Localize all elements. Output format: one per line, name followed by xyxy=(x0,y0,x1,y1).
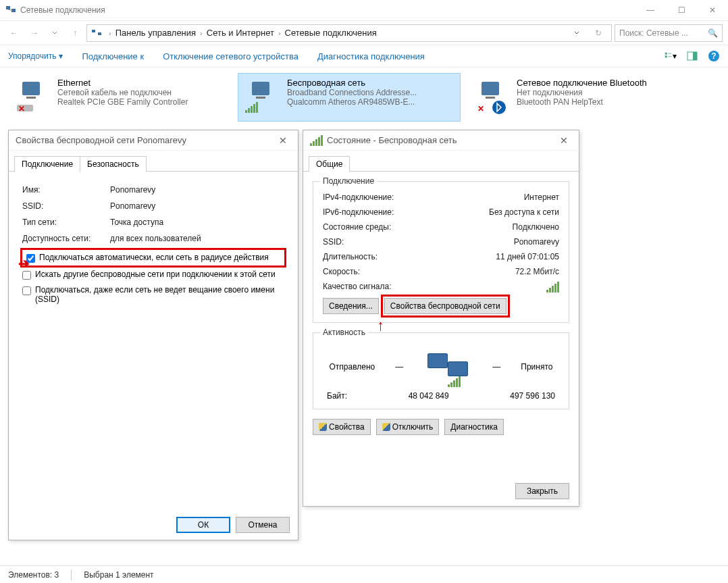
address-dropdown[interactable] xyxy=(568,24,586,42)
shield-icon xyxy=(382,423,390,431)
activity-icon xyxy=(423,351,472,383)
window-title: Сетевые подключения xyxy=(20,5,105,15)
refresh-button[interactable]: ↻ xyxy=(590,24,607,42)
connect-to-button[interactable]: Подключение к xyxy=(82,51,144,61)
tile-status: Нет подключения xyxy=(517,88,685,97)
tab-general[interactable]: Общие xyxy=(309,156,350,172)
organize-button[interactable]: Упорядочить ▾ xyxy=(8,51,63,61)
svg-rect-5 xyxy=(665,53,667,55)
nav-forward-button[interactable]: → xyxy=(26,24,43,42)
fieldset-legend: Подключение xyxy=(320,176,377,186)
tile-device: Qualcomm Atheros AR9485WB-E... xyxy=(287,97,456,107)
crumb-sep: › xyxy=(278,29,281,37)
dialog-close-button[interactable]: ✕ xyxy=(275,132,291,149)
sent-label: Отправлено xyxy=(330,362,375,372)
svg-rect-19 xyxy=(245,110,247,113)
svg-rect-22 xyxy=(253,104,255,113)
search-input[interactable]: Поиск: Сетевые ... 🔍 xyxy=(615,24,723,42)
svg-rect-13 xyxy=(22,82,40,95)
annotation-arrow-icon: ➔ xyxy=(18,255,30,272)
checkbox-input[interactable] xyxy=(22,271,31,280)
checkbox-look-other[interactable]: Искать другие беспроводные сети при подк… xyxy=(22,268,284,281)
disable-device-button[interactable]: Отключение сетевого устройства xyxy=(163,51,298,61)
signal-icon xyxy=(310,135,323,146)
disable-button[interactable]: Отключить xyxy=(376,419,440,435)
toolbar: Упорядочить ▾ Подключение к Отключение с… xyxy=(0,45,728,68)
properties-button[interactable]: Свойства xyxy=(313,419,371,435)
label-ssid: SSID: xyxy=(22,201,110,211)
diagnose-button[interactable]: Диагностика xyxy=(444,419,504,435)
fieldset-legend: Активность xyxy=(320,328,368,337)
svg-text:✕: ✕ xyxy=(477,104,484,113)
value-type: Точка доступа xyxy=(110,218,163,227)
svg-rect-6 xyxy=(665,55,667,57)
svg-text:✕: ✕ xyxy=(18,104,25,113)
label-avail: Доступность сети: xyxy=(22,234,110,243)
tile-status: Сетевой кабель не подключен xyxy=(57,88,226,97)
received-label: Принято xyxy=(521,362,552,372)
view-options-button[interactable]: ▾ xyxy=(665,50,677,62)
connection-ethernet[interactable]: ✕ Ethernet Сетевой кабель не подключен R… xyxy=(8,73,231,122)
checkbox-auto-connect[interactable]: Подключаться автоматически, если сеть в … xyxy=(22,250,284,265)
close-button[interactable]: ✕ xyxy=(697,0,728,20)
tile-title: Беспроводная сеть xyxy=(287,78,456,88)
cancel-button[interactable]: Отмена xyxy=(236,517,290,533)
dialog-close-button[interactable]: ✕ xyxy=(556,132,572,149)
svg-rect-3 xyxy=(92,30,95,32)
value-avail: для всех пользователей xyxy=(110,234,201,243)
preview-pane-button[interactable] xyxy=(686,50,698,62)
bytes-sent: 48 042 849 xyxy=(409,391,449,401)
ethernet-icon: ✕ xyxy=(13,78,52,117)
nav-back-button[interactable]: ← xyxy=(5,24,23,42)
titlebar: Сетевые подключения — ☐ ✕ xyxy=(0,0,728,20)
svg-rect-10 xyxy=(693,52,697,60)
status-bar: Элементов: 3 Выбран 1 элемент xyxy=(0,565,728,583)
location-icon xyxy=(91,28,102,38)
activity-fieldset: Активность Отправлено — — Принято Байт: … xyxy=(313,332,569,409)
breadcrumb[interactable]: Сетевые подключения xyxy=(285,28,377,38)
ok-button[interactable]: ОК xyxy=(176,517,230,533)
nav-recent-button[interactable] xyxy=(46,24,63,42)
crumb-sep: › xyxy=(109,29,111,37)
bluetooth-icon: ✕ xyxy=(472,78,511,117)
svg-rect-14 xyxy=(26,97,36,99)
search-placeholder: Поиск: Сетевые ... xyxy=(619,28,688,38)
bytes-label: Байт: xyxy=(327,391,347,401)
svg-point-26 xyxy=(492,101,506,114)
help-button[interactable]: ? xyxy=(708,50,720,62)
svg-rect-18 xyxy=(256,97,265,99)
connection-wifi[interactable]: Беспроводная сеть Broadband Connections … xyxy=(238,73,461,122)
minimize-button[interactable]: — xyxy=(635,0,666,20)
dialog-title: Свойства беспроводной сети Ponomarevy xyxy=(16,135,275,145)
svg-rect-0 xyxy=(6,6,10,9)
breadcrumb[interactable]: Панель управления xyxy=(115,28,196,38)
network-connections-icon xyxy=(5,5,16,16)
shield-icon xyxy=(319,423,327,431)
address-row: ← → ↑ › Панель управления › Сеть и Интер… xyxy=(0,20,728,45)
details-button[interactable]: Сведения... xyxy=(323,298,379,314)
connection-bluetooth[interactable]: ✕ Сетевое подключение Bluetooth Нет подк… xyxy=(467,73,690,122)
wireless-properties-button[interactable]: Свойства беспроводной сети xyxy=(384,298,506,314)
nav-up-button[interactable]: ↑ xyxy=(66,24,84,42)
address-bar[interactable]: › Панель управления › Сеть и Интернет › … xyxy=(86,24,612,42)
svg-rect-24 xyxy=(482,82,499,95)
dialog-title: Состояние - Беспроводная сеть xyxy=(327,135,556,145)
checkbox-input[interactable] xyxy=(22,286,31,295)
tab-connection[interactable]: Подключение xyxy=(14,156,80,172)
diagnose-button[interactable]: Диагностика подключения xyxy=(317,51,425,61)
tile-device: Bluetooth PAN HelpText xyxy=(517,97,685,107)
checkbox-hidden-ssid[interactable]: Подключаться, даже если сеть не ведет ве… xyxy=(22,284,284,305)
signal-strength-icon xyxy=(546,282,559,293)
value-name: Ponomarevy xyxy=(110,185,155,195)
breadcrumb[interactable]: Сеть и Интернет xyxy=(207,28,274,38)
item-count: Элементов: 3 xyxy=(8,570,59,580)
bytes-recv: 497 596 130 xyxy=(510,391,555,401)
svg-text:?: ? xyxy=(711,51,716,61)
connection-fieldset: Подключение IPv4-подключение:Интернет IP… xyxy=(313,181,569,323)
tile-device: Realtek PCIe GBE Family Controller xyxy=(57,97,226,107)
close-button[interactable]: Закрыть xyxy=(515,483,569,499)
maximize-button[interactable]: ☐ xyxy=(666,0,697,20)
tab-security[interactable]: Безопасность xyxy=(80,156,147,172)
svg-rect-21 xyxy=(251,106,253,113)
crumb-sep: › xyxy=(200,29,203,37)
